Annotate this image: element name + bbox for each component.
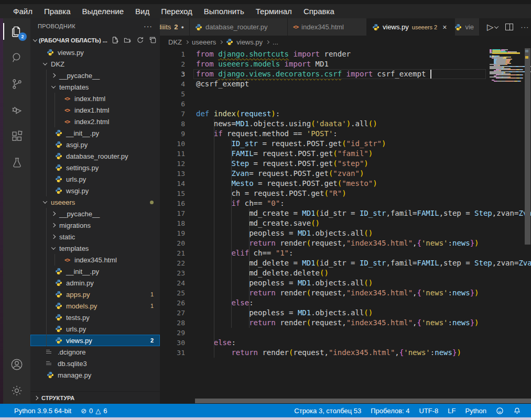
folder-useeers[interactable]: useeers	[30, 196, 160, 208]
folder-dkz[interactable]: DKZ	[30, 58, 160, 70]
collapse-folders-icon[interactable]	[149, 36, 157, 45]
line-number: 29	[160, 328, 185, 338]
tab-index345-html[interactable]: <>index345.html	[288, 18, 367, 36]
folder--pycache-[interactable]: __pycache__	[30, 208, 160, 219]
tab-vie[interactable]: vie	[455, 18, 480, 36]
file-tests-py[interactable]: tests.py	[30, 312, 160, 323]
tab-label: index345.html	[301, 23, 344, 31]
file-views-py[interactable]: views.py	[30, 47, 160, 58]
tab-diiits[interactable]: diiits2●	[160, 18, 190, 36]
file--init-py[interactable]: __init__.py	[30, 127, 160, 139]
account-icon[interactable]	[3, 351, 30, 378]
file-settings-py[interactable]: settings.py	[30, 162, 160, 173]
tree-item-label: urls.py	[66, 325, 86, 333]
extensions-icon[interactable]	[3, 123, 30, 149]
menu-item-4[interactable]: Переход	[155, 4, 198, 18]
breadcrumb-item[interactable]: useeers	[192, 38, 216, 46]
tree-item-label: index345.html	[74, 256, 117, 264]
explorer-badge: 2	[18, 32, 27, 41]
file-index2-html[interactable]: <>index2.html	[30, 116, 160, 127]
menu-item-0[interactable]: Файл	[7, 4, 38, 18]
minimap[interactable]	[490, 49, 524, 82]
breadcrumb-item[interactable]: ...	[273, 38, 278, 46]
python-file-icon	[226, 38, 233, 46]
line-number: 12	[160, 159, 185, 169]
file-urls-py[interactable]: urls.py	[30, 173, 160, 185]
testing-icon[interactable]	[3, 149, 30, 175]
code-line-2: 2from useeers.models import MD1	[160, 59, 531, 69]
folder-templates[interactable]: templates	[30, 81, 160, 93]
horizontal-scrollbar-thumb[interactable]	[195, 399, 531, 403]
settings-gear-icon[interactable]	[3, 378, 30, 404]
eol-status[interactable]: LF	[443, 407, 460, 415]
file-index345-html[interactable]: <>index345.html	[30, 254, 160, 266]
menu-item-3[interactable]: Вид	[129, 4, 155, 18]
menu-item-2[interactable]: Выделение	[77, 4, 129, 18]
chevron-down-icon	[43, 199, 47, 203]
errors-icon: ⊘	[81, 407, 86, 415]
problems-status[interactable]: ⊘ 0 △ 6	[76, 404, 112, 417]
file-tree: views.pyDKZ__pycache__templates<>index.h…	[30, 47, 160, 381]
file-database-roouter-py[interactable]: database_roouter.py	[30, 150, 160, 162]
notifications-bell-icon[interactable]	[508, 407, 526, 415]
tree-item-label: DKZ	[51, 60, 64, 68]
feedback-icon[interactable]	[491, 407, 508, 415]
refresh-icon[interactable]	[136, 36, 144, 45]
new-file-icon[interactable]	[111, 36, 119, 45]
code-editor[interactable]: 1from django.shortcuts import render2fro…	[160, 48, 531, 404]
run-python-file-button[interactable]: ▷	[487, 22, 498, 32]
menu-item-5[interactable]: Выполнить	[198, 4, 250, 18]
file-admin-py[interactable]: admin.py	[30, 277, 160, 289]
file-index-html[interactable]: <>index.html	[30, 93, 160, 104]
folder-templates[interactable]: templates	[30, 242, 160, 254]
text-file-icon	[46, 359, 55, 368]
editor-more-actions-icon[interactable]: ···	[521, 23, 529, 31]
file--dcignore[interactable]: .dcignore	[30, 346, 160, 358]
close-tab-icon[interactable]: ×	[442, 23, 447, 31]
breadcrumb-item[interactable]: DKZ	[168, 38, 182, 46]
menu-item-7[interactable]: Справка	[298, 4, 340, 18]
code-line-3: 3from django.views.decorators.csrf impor…	[160, 69, 531, 79]
dirty-indicator-icon[interactable]: ●	[181, 25, 184, 30]
folder--pycache-[interactable]: __pycache__	[30, 70, 160, 81]
tree-item-label: views.py	[66, 337, 92, 345]
file--init-py[interactable]: __init__.py	[30, 266, 160, 277]
folder-static[interactable]: static	[30, 231, 160, 242]
source-control-icon[interactable]	[3, 71, 30, 97]
folder-migrations[interactable]: migrations	[30, 219, 160, 231]
breadcrumb[interactable]: DKZuseeersviews.py...	[160, 36, 531, 48]
outline-section-header[interactable]: СТРУКТУРА	[30, 391, 160, 404]
indentation-status[interactable]: Пробелов: 4	[366, 407, 414, 415]
tab-views-py[interactable]: views.pyuseeers 2×	[367, 18, 455, 36]
line-number: 6	[160, 99, 185, 109]
new-folder-icon[interactable]	[124, 36, 132, 45]
menu-item-1[interactable]: Правка	[38, 4, 77, 18]
sidebar-more-icon[interactable]: ···	[144, 22, 153, 30]
python-interpreter-status[interactable]: Python 3.9.5 64-bit	[9, 404, 76, 417]
file-index1-html[interactable]: <>index1.html	[30, 104, 160, 116]
vertical-scrollbar[interactable]	[524, 48, 531, 404]
line-number: 14	[160, 179, 185, 189]
workspace-section-header[interactable]: (РАБОЧАЯ ОБЛАСТЬ) ...	[30, 34, 160, 47]
search-icon[interactable]	[3, 45, 30, 71]
file-manage-py[interactable]: manage.py	[30, 369, 160, 381]
file-models-py[interactable]: models.py1	[30, 300, 160, 312]
horizontal-scrollbar[interactable]	[160, 398, 531, 404]
file-asgi-py[interactable]: asgi.py	[30, 139, 160, 150]
file-db-sqlite3[interactable]: db.sqlite3	[30, 358, 160, 369]
breadcrumb-item[interactable]: views.py	[236, 38, 263, 46]
run-debug-icon[interactable]	[3, 97, 30, 123]
menu-item-6[interactable]: Терминал	[250, 4, 298, 18]
encoding-status[interactable]: UTF-8	[415, 407, 443, 415]
file-apps-py[interactable]: apps.py1	[30, 289, 160, 300]
file-views-py[interactable]: views.py2	[30, 335, 160, 346]
file-wsgi-py[interactable]: wsgi.py	[30, 185, 160, 196]
run-dropdown-chevron-icon[interactable]	[494, 24, 499, 28]
explorer-icon[interactable]: 2	[3, 18, 30, 45]
vertical-scrollbar-thumb[interactable]	[525, 48, 530, 245]
language-mode-status[interactable]: Python	[461, 407, 491, 415]
split-editor-icon[interactable]	[505, 24, 513, 30]
tab-database-roouter-py[interactable]: database_roouter.py	[190, 18, 288, 36]
file-urls-py[interactable]: urls.py	[30, 323, 160, 335]
cursor-position-status[interactable]: Строка 3, столбец 53	[289, 407, 366, 415]
